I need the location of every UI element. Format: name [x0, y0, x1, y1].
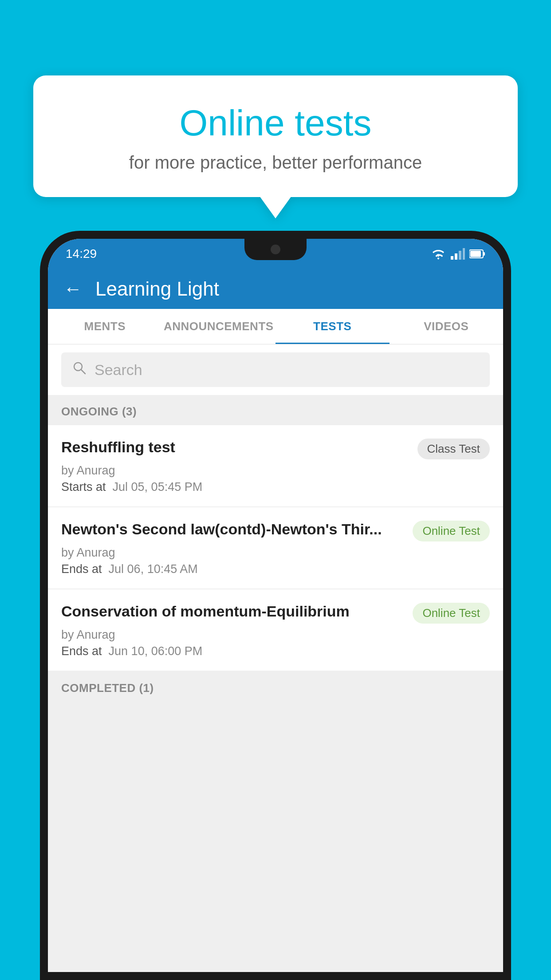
test-date-3: Ends at Jun 10, 06:00 PM: [61, 644, 490, 658]
test-date-2: Ends at Jul 06, 10:45 AM: [61, 562, 490, 576]
back-button[interactable]: ←: [63, 278, 82, 300]
test-card-1[interactable]: Reshuffling test Class Test by Anurag St…: [48, 425, 503, 506]
bubble-subtitle: for more practice, better performance: [55, 153, 496, 173]
svg-rect-5: [470, 251, 481, 257]
test-by-3: by Anurag: [61, 628, 490, 642]
signal-icon: [451, 248, 465, 260]
svg-rect-2: [459, 251, 461, 260]
search-container: Search: [48, 344, 503, 395]
tabs-bar: MENTS ANNOUNCEMENTS TESTS VIDEOS: [48, 309, 503, 344]
badge-2: Online Test: [413, 521, 490, 541]
test-title-2: Newton's Second law(contd)-Newton's Thir…: [61, 521, 404, 538]
bubble-title: Online tests: [55, 102, 496, 144]
app-title: Learning Light: [95, 278, 219, 300]
wifi-icon: [430, 248, 446, 260]
test-title-3: Conservation of momentum-Equilibrium: [61, 603, 404, 620]
tab-announcements[interactable]: ANNOUNCEMENTS: [162, 309, 276, 344]
search-placeholder: Search: [94, 361, 142, 379]
badge-3: Online Test: [413, 603, 490, 624]
completed-label: COMPLETED (1): [61, 681, 154, 695]
badge-1: Class Test: [417, 439, 490, 459]
phone-inner: 14:29: [48, 239, 503, 972]
test-title-1: Reshuffling test: [61, 439, 409, 456]
svg-rect-3: [463, 248, 465, 260]
test-card-2[interactable]: Newton's Second law(contd)-Newton's Thir…: [48, 507, 503, 589]
tab-videos[interactable]: VIDEOS: [390, 309, 504, 344]
status-time: 14:29: [66, 247, 97, 261]
test-by-2: by Anurag: [61, 546, 490, 560]
test-card-3[interactable]: Conservation of momentum-Equilibrium Onl…: [48, 589, 503, 671]
phone-mockup: 14:29: [40, 231, 511, 980]
ongoing-label: ONGOING (3): [61, 405, 137, 418]
tab-tests[interactable]: TESTS: [276, 309, 390, 344]
test-by-1: by Anurag: [61, 464, 490, 478]
svg-rect-1: [455, 253, 457, 260]
content-area: ONGOING (3) Reshuffling test Class Test …: [48, 395, 503, 972]
tab-ments[interactable]: MENTS: [48, 309, 162, 344]
svg-rect-6: [483, 252, 485, 256]
status-icons: [430, 248, 485, 260]
svg-line-8: [81, 370, 85, 374]
notch: [244, 239, 307, 260]
ongoing-section-header: ONGOING (3): [48, 395, 503, 425]
status-bar: 14:29: [48, 239, 503, 269]
search-bar[interactable]: Search: [61, 352, 490, 387]
test-date-1: Starts at Jul 05, 05:45 PM: [61, 480, 490, 494]
completed-section-header: COMPLETED (1): [48, 672, 503, 702]
notch-camera: [271, 245, 280, 254]
svg-rect-0: [451, 256, 453, 260]
promo-bubble: Online tests for more practice, better p…: [33, 75, 518, 197]
app-header: ← Learning Light: [48, 269, 503, 309]
search-icon: [72, 360, 87, 379]
battery-icon: [469, 249, 485, 259]
phone-outer: 14:29: [40, 231, 511, 980]
